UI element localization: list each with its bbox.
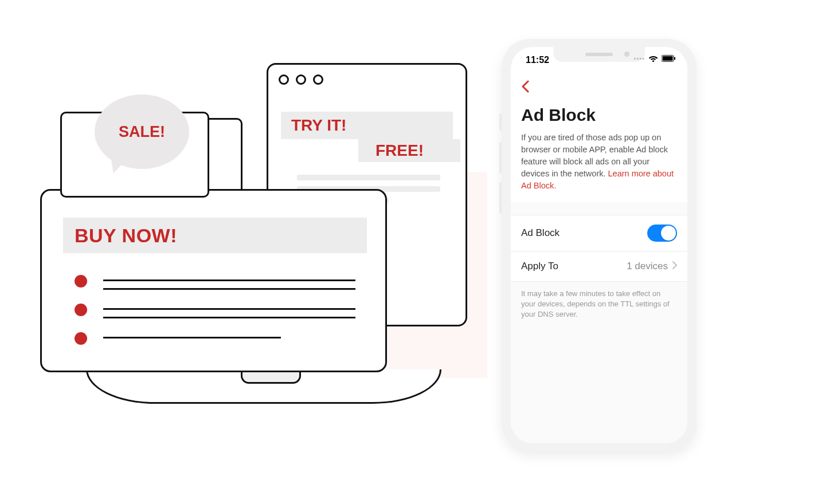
phone-side-button [499, 142, 502, 174]
battery-icon [662, 55, 676, 62]
ad-block-toggle-row: Ad Block [511, 215, 687, 251]
phone-mockup: 11:52 •••• Ad Block If [502, 39, 697, 451]
apply-to-value: 1 devices [627, 261, 668, 272]
decorative-line [103, 317, 355, 318]
buy-now-label: BUY NOW! [63, 218, 367, 247]
ad-block-row-label: Ad Block [521, 227, 560, 239]
ad-block-toggle[interactable] [647, 225, 677, 242]
status-time: 11:52 [526, 55, 549, 65]
toggle-knob [661, 226, 676, 241]
wifi-icon [648, 55, 658, 62]
buy-now-banner: BUY NOW! [63, 218, 367, 253]
svg-rect-2 [674, 57, 675, 60]
phone-side-button [499, 182, 502, 214]
phone-side-button [499, 113, 502, 131]
try-it-label: TRY IT! [281, 112, 453, 135]
decorative-line [103, 337, 281, 338]
decorative-line [103, 279, 355, 281]
chevron-left-icon [521, 80, 529, 95]
sale-speech-bubble: SALE! [95, 94, 189, 169]
decorative-line [103, 288, 355, 290]
free-label: FREE! [358, 139, 460, 160]
free-banner: FREE! [358, 139, 460, 162]
app-content: Ad Block If you are tired of those ads p… [511, 73, 687, 443]
footer-note: It may take a few minutes to take effect… [511, 282, 687, 327]
bullet-icon [75, 332, 87, 345]
apply-to-row[interactable]: Apply To 1 devices [511, 251, 687, 282]
page-description: If you are tired of those ads pop up on … [521, 132, 677, 192]
page-title: Ad Block [521, 105, 677, 125]
bullet-icon [75, 275, 87, 288]
decorative-line [297, 175, 440, 180]
settings-list: Ad Block Apply To 1 devices [511, 215, 687, 282]
page-header: Ad Block If you are tired of those ads p… [511, 73, 687, 202]
sale-label: SALE! [95, 94, 189, 169]
window-control-dot [313, 74, 323, 85]
status-bar: 11:52 •••• [511, 47, 687, 72]
back-button[interactable] [521, 79, 538, 96]
ad-illustration: TRY IT! FREE! BUY NOW! SALE! [29, 63, 493, 430]
window-control-dot [279, 74, 289, 85]
try-it-banner: TRY IT! [281, 112, 453, 139]
svg-rect-1 [663, 56, 673, 61]
apply-to-row-label: Apply To [521, 261, 558, 272]
bullet-icon [75, 304, 87, 316]
window-control-dot [296, 74, 306, 85]
chevron-right-icon [672, 261, 677, 272]
phone-screen: 11:52 •••• Ad Block If [511, 47, 687, 443]
cellular-signal-icon: •••• [634, 55, 645, 62]
decorative-line [103, 308, 355, 310]
